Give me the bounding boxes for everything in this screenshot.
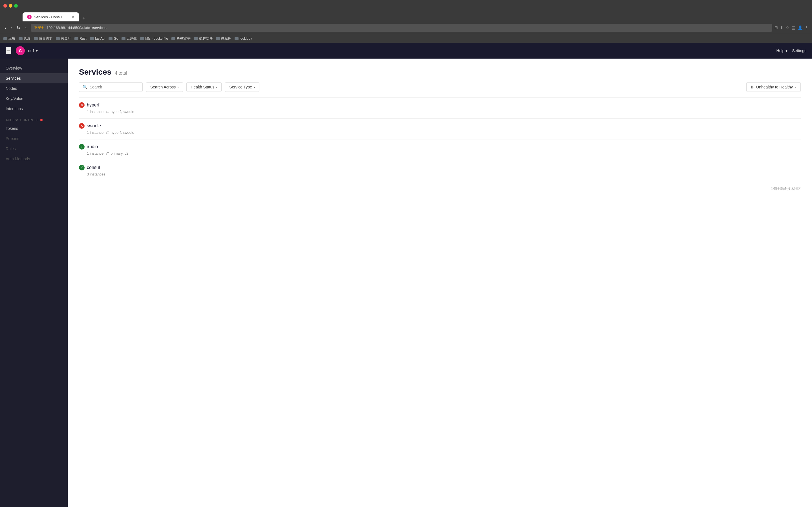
reload-button[interactable]: ↻ [15,24,21,32]
access-controls-badge [40,119,43,121]
new-tab-button[interactable]: + [80,15,88,21]
service-tags-text: primary, v2 [110,151,128,156]
service-name-row: ✓ audio [79,144,801,150]
service-item-hyperf[interactable]: ✕ hyperf 1 instance 🏷 hyperf, swoole [79,98,801,118]
sidebar-item-policies: Policies [0,133,68,144]
profile-icon[interactable]: 👤 [798,25,802,30]
traffic-light-yellow[interactable] [9,4,12,8]
sidebar-item-keyvalue[interactable]: Key/Value [0,94,68,104]
sidebar-nav: Overview Services Nodes Key/Value Intent… [0,59,68,507]
tab-title: Services - Consul [34,15,63,19]
sidebar-item-tokens[interactable]: Tokens [0,123,68,133]
service-item-consul[interactable]: ✓ consul 3 instances [79,160,801,181]
service-list: ✕ hyperf 1 instance 🏷 hyperf, swoole ✕ s… [68,98,812,181]
sort-chevron-icon: ▾ [795,86,797,89]
tab-bar: C Services - Consul ✕ + [0,11,812,21]
bookmark-folder-icon [56,37,60,40]
bookmark-云原生[interactable]: 云原生 [121,36,137,41]
sidebar-item-label: Key/Value [6,96,23,101]
bookmark-folder-icon [34,37,38,40]
health-status-button[interactable]: Health Status ▾ [186,82,221,92]
service-tags-text: hyperf, swoole [110,110,134,114]
search-input-wrap[interactable]: 🔍 [79,82,143,92]
service-instances: 3 instances [87,172,105,176]
footer-credit: ©陌士猫金技术社区 [68,181,812,197]
share-icon[interactable]: ⬆ [780,25,783,30]
service-meta: 3 instances [79,172,801,176]
search-input[interactable] [90,85,139,89]
service-type-chevron-icon: ▾ [254,86,255,89]
bookmark-微服务[interactable]: 微服务 [216,36,231,41]
back-button[interactable]: ‹ [3,24,7,31]
sidebar-item-label: Policies [6,136,19,141]
sort-button[interactable]: ⇅ Unhealthy to Healthy ▾ [746,82,801,92]
traffic-light-green[interactable] [14,4,18,8]
health-status-label: Health Status [191,85,214,89]
bookmark-folder-icon [3,37,7,40]
sidebar-item-services[interactable]: Services [0,73,68,83]
bookmark-go[interactable]: Go [109,37,118,41]
bookmark-fastapi[interactable]: fastApi [90,37,105,41]
sidebar-item-nodes[interactable]: Nodes [0,83,68,94]
browser-chrome: C Services - Consul ✕ + ‹ › ↻ ⌂ 不安全 192.… [0,0,812,43]
service-tags: 🏷 hyperf, swoole [106,130,134,135]
bookmark-破解软件[interactable]: 破解软件 [194,36,213,41]
bookmark-folder-icon [216,37,220,40]
bookmark-icon[interactable]: ☆ [786,25,790,30]
page-header: Services 4 total [68,59,812,82]
service-item-swoole[interactable]: ✕ swoole 1 instance 🏷 hyperf, swoole [79,118,801,139]
traffic-light-red[interactable] [3,4,7,8]
tag-icon: 🏷 [106,130,109,135]
service-meta: 1 instance 🏷 hyperf, swoole [79,110,801,114]
service-tags-text: hyperf, swoole [110,130,134,135]
bookmark-应用[interactable]: 应用 [3,36,15,41]
bookmark-looklook[interactable]: looklook [235,37,252,41]
hamburger-menu-button[interactable]: ☰ [6,47,11,54]
bookmark-后台需求[interactable]: 后台需求 [34,36,52,41]
settings-button[interactable]: Settings [792,48,806,53]
menu-icon[interactable]: ⋮ [805,25,809,30]
page-title: Services [79,68,111,76]
app-top-nav: ☰ C dc1 ▾ Help ▾ Settings [0,43,812,59]
sidebar-item-auth-methods: Auth Methods [0,154,68,164]
url-text: 192.168.88.144:8500/ui/dc1/services [47,25,769,30]
search-across-button[interactable]: Search Across ▾ [146,82,183,92]
bookmark-stark[interactable]: stark张宇 [171,36,191,41]
sidebar-item-label: Overview [6,66,22,70]
app-container: Overview Services Nodes Key/Value Intent… [0,59,812,507]
service-type-label: Service Type [229,85,252,89]
bookmark-k8s[interactable]: k8s - dockerfile [140,37,168,41]
service-tags: 🏷 hyperf, swoole [106,110,134,114]
sidebar-item-roles: Roles [0,144,68,154]
service-instances: 1 instance [87,151,103,156]
service-item-audio[interactable]: ✓ audio 1 instance 🏷 primary, v2 [79,139,801,160]
sidebar-section-access-controls: ACCESS CONTROLS [0,114,68,123]
bookmark-folder-icon [171,37,175,40]
service-tags: 🏷 primary, v2 [106,151,128,156]
bookmark-folder-icon [194,37,198,40]
url-bar[interactable]: 不安全 192.168.88.144:8500/ui/dc1/services [31,24,772,32]
sidebar-item-label: Nodes [6,86,17,91]
bookmark-长扁[interactable]: 长扁 [18,36,31,41]
help-button[interactable]: Help ▾ [776,48,788,53]
service-name: hyperf [87,103,99,108]
health-status-chevron-icon: ▾ [216,86,217,89]
service-type-button[interactable]: Service Type ▾ [225,82,259,92]
tab-close-button[interactable]: ✕ [71,15,74,19]
bookmark-folder-icon [235,37,239,40]
service-status-error-icon: ✕ [79,102,85,108]
security-warning: 不安全 [34,25,44,30]
sidebar-item-intentions[interactable]: Intentions [0,104,68,114]
bookmark-黄金叶[interactable]: 黄金叶 [56,36,71,41]
help-chevron-icon: ▾ [785,48,788,53]
datacenter-selector[interactable]: dc1 ▾ [28,48,38,53]
sort-label: Unhealthy to Healthy [756,85,793,89]
home-button[interactable]: ⌂ [24,24,29,31]
translate-icon[interactable]: ⊞ [774,25,778,30]
sidebar-item-overview[interactable]: Overview [0,63,68,73]
active-tab[interactable]: C Services - Consul ✕ [22,12,79,21]
bookmark-folder-icon [140,37,144,40]
forward-button[interactable]: › [9,24,13,31]
sidebar-icon[interactable]: ▤ [792,25,795,30]
bookmark-rust[interactable]: Rust [74,37,87,41]
